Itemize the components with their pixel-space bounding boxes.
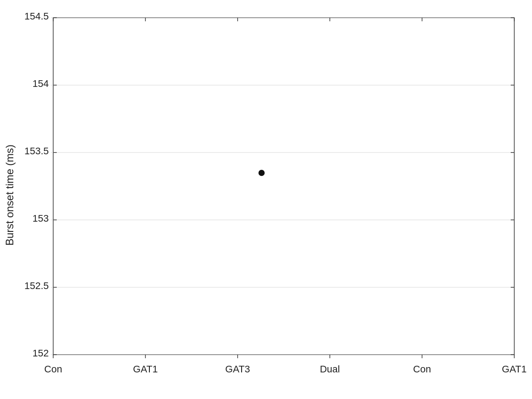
x-tick-label-con2: Con [413,364,431,375]
y-tick-label: 154.5 [24,11,49,22]
y-axis-label: Burst onset time (ms) [4,145,16,246]
plot-area [53,18,514,355]
x-tick-label-dual: Dual [320,364,340,375]
y-tick-label: 154 [32,78,49,89]
chart-container: 154.5 154 153.5 153 152.5 152 [0,0,532,399]
y-tick-label: 152.5 [24,280,49,291]
y-tick-label: 152 [32,348,49,359]
y-tick-label: 153.5 [24,145,49,156]
data-point [258,170,265,176]
x-tick-label-gat1-2: GAT1 [502,364,527,375]
scatter-plot: 154.5 154 153.5 153 152.5 152 [0,0,532,399]
x-tick-label-gat3: GAT3 [225,364,250,375]
x-tick-label-gat1-1: GAT1 [133,364,158,375]
x-tick-label-con1: Con [44,364,62,375]
y-tick-label: 153 [32,213,49,224]
